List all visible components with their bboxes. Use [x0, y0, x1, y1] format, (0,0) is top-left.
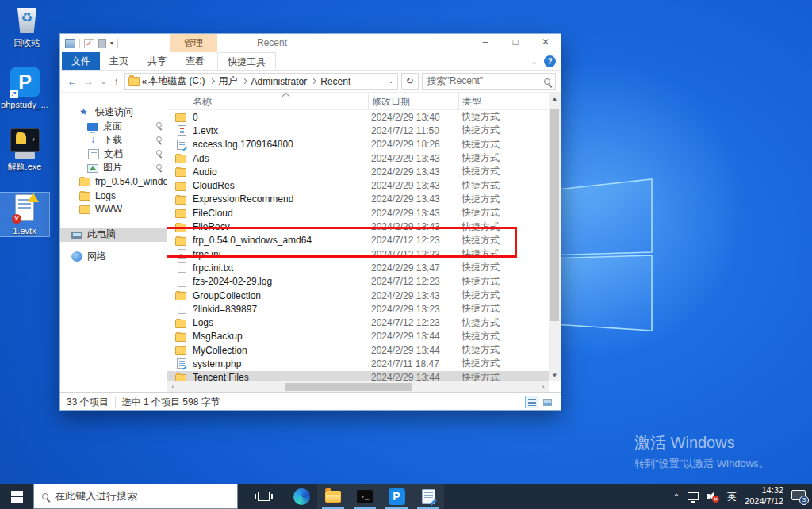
column-header-type[interactable]: 类型	[458, 93, 549, 110]
file-row[interactable]: access.log.1709164800 2024/2/29 18:26 快捷…	[167, 138, 549, 151]
file-row[interactable]: MsgBackup 2024/2/29 13:44 快捷方式	[167, 330, 549, 343]
file-row[interactable]: GroupCollection 2024/2/29 13:43 快捷方式	[167, 289, 549, 302]
hidden-icons-chevron-icon[interactable]: ⌃	[673, 492, 680, 501]
taskbar-search-input[interactable]: 在此键入进行搜索	[33, 484, 238, 509]
network-icon[interactable]	[688, 492, 699, 500]
breadcrumb-item[interactable]: 本地磁盘 (C:)	[148, 75, 205, 88]
file-row[interactable]: fzs-2024-02-29.log 2024/7/12 12:23 快捷方式	[167, 275, 549, 289]
qat-checkbox-icon[interactable]: ✓	[84, 39, 94, 48]
sidebar-item-www[interactable]: WWW	[60, 203, 167, 217]
task-view-button[interactable]	[247, 484, 279, 509]
file-row[interactable]: frpc.ini.txt 2024/2/29 13:47 快捷方式	[167, 261, 549, 274]
maximize-button[interactable]: □	[500, 34, 530, 52]
tab-file[interactable]: 文件	[62, 52, 100, 70]
vertical-scrollbar[interactable]: ▲ ▼	[549, 93, 561, 381]
qat-newfolder-icon[interactable]	[98, 39, 106, 48]
file-row[interactable]: system.php 2024/7/11 18:47 快捷方式	[167, 357, 549, 370]
file-row[interactable]: frp_0.54.0_windows_amd64 2024/7/12 12:23…	[167, 234, 549, 247]
start-button[interactable]	[0, 484, 33, 509]
address-bar-row: ← → ⌄ ↑ « 本地磁盘 (C:) 用户 Administrator Rec…	[60, 71, 561, 92]
file-row[interactable]: 0 2024/2/29 13:40 快捷方式	[167, 110, 549, 124]
taskbar-phpstudy-button[interactable]: P	[381, 484, 412, 509]
ribbon-collapse-icon[interactable]: ⌄	[531, 57, 538, 66]
details-view-button[interactable]	[525, 396, 538, 408]
sidebar-item-quick-access[interactable]: ★ 快速访问	[60, 105, 167, 120]
sidebar-item-label: 文档	[104, 147, 155, 161]
breadcrumb-item[interactable]: Administrator	[251, 76, 308, 87]
taskbar-edge-button[interactable]	[285, 484, 317, 509]
file-date: 2024/7/12 12:23	[368, 317, 455, 328]
file-row[interactable]: Tencent Files 2024/2/29 13:44 快捷方式	[167, 371, 549, 381]
recent-locations-icon[interactable]: ⌄	[101, 78, 107, 86]
search-input[interactable]: 搜索"Recent"	[422, 73, 556, 90]
forward-button[interactable]: →	[84, 76, 94, 87]
large-icons-view-button[interactable]	[541, 396, 554, 408]
sidebar-item-network[interactable]: 网络	[60, 250, 167, 264]
sidebar-item-frp_0-54-0_window[interactable]: frp_0.54.0_window	[60, 175, 167, 189]
file-row[interactable]: FileCloud 2024/2/29 13:43 快捷方式	[167, 206, 549, 220]
tab-home[interactable]: 主页	[100, 52, 138, 70]
address-dropdown-icon[interactable]: ⌄	[389, 78, 394, 85]
input-language-indicator[interactable]: 英	[727, 490, 737, 503]
file-name: GroupCollection	[190, 290, 365, 301]
sidebar-item-this-pc[interactable]: 此电脑	[60, 228, 167, 242]
file-row[interactable]: FileRecv 2024/2/29 13:43 快捷方式	[167, 220, 549, 233]
refresh-button[interactable]: ↻	[401, 73, 419, 90]
back-button[interactable]: ←	[67, 76, 77, 87]
tab-shortcut-tools[interactable]: 快捷工具	[217, 52, 276, 70]
scroll-down-icon[interactable]: ▼	[549, 369, 561, 381]
sidebar-item--[interactable]: ↓ 下载	[60, 133, 167, 147]
file-row[interactable]: Audio 2024/2/29 13:43 快捷方式	[167, 165, 549, 178]
desktop-icon-phpstudy[interactable]: P↗ phpstudy_...	[0, 67, 49, 110]
action-center-button[interactable]: 3	[791, 490, 806, 503]
desktop-icon-1-evtx[interactable]: ✕ 1.evtx	[0, 193, 49, 236]
horizontal-scrollbar[interactable]: ‹ ›	[60, 381, 561, 392]
file-row[interactable]: ?linkid=839897 2024/2/29 13:23 快捷方式	[167, 302, 549, 316]
file-type: 快捷方式	[458, 357, 549, 370]
file-list: 名称 修改日期 类型 0 2024/2/29 13:40 快捷方式 1.evtx…	[167, 93, 549, 381]
taskbar-notepad-button[interactable]	[412, 484, 444, 509]
sidebar-item-logs[interactable]: Logs	[60, 189, 167, 203]
close-button[interactable]: ✕	[530, 34, 561, 52]
scroll-right-icon[interactable]: ›	[538, 381, 549, 392]
file-date: 2024/2/29 13:43	[368, 153, 455, 164]
up-button[interactable]: ↑	[114, 76, 119, 87]
tab-share[interactable]: 共享	[138, 52, 176, 70]
recycle-bin-icon: ♻	[11, 5, 43, 36]
taskbar-clock[interactable]: 14:32 2024/7/12	[745, 485, 783, 507]
breadcrumb-item[interactable]: Recent	[320, 76, 350, 87]
minimize-button[interactable]: –	[470, 34, 500, 52]
sidebar-item--[interactable]: 文档	[60, 147, 167, 162]
volume-muted-icon[interactable]: ✕	[707, 492, 719, 501]
file-row[interactable]: ExpressionRecommend 2024/2/29 13:43 快捷方式	[167, 193, 549, 206]
desktop-icon-recycle-bin[interactable]: ♻ 回收站	[2, 5, 52, 48]
tab-view[interactable]: 查看	[176, 52, 214, 70]
file-icon	[178, 304, 186, 314]
horizontal-scroll-thumb[interactable]	[285, 383, 412, 391]
column-header-date[interactable]: 修改日期	[368, 93, 455, 110]
file-row[interactable]: frpc.ini 2024/7/12 12:23 快捷方式	[167, 247, 549, 261]
file-row[interactable]: 1.evtx 2024/7/12 11:50 快捷方式	[167, 124, 549, 137]
file-row[interactable]: Ads 2024/2/29 13:43 快捷方式	[167, 151, 549, 165]
file-row[interactable]: MyCollection 2024/2/29 13:44 快捷方式	[167, 343, 549, 357]
breadcrumb-prefix: «	[142, 76, 147, 87]
folder-icon	[175, 374, 186, 381]
file-row[interactable]: CloudRes 2024/2/29 13:43 快捷方式	[167, 178, 549, 192]
file-date: 2024/2/29 13:44	[368, 372, 455, 381]
desktop-icon-jieti-exe[interactable]: › 解题.exe	[0, 128, 49, 172]
help-icon[interactable]: ?	[544, 55, 556, 67]
scroll-left-icon[interactable]: ‹	[167, 381, 178, 392]
taskbar-explorer-button[interactable]	[317, 484, 349, 509]
manage-contextual-tab[interactable]: 管理	[170, 34, 217, 52]
scroll-up-icon[interactable]: ▲	[549, 93, 561, 105]
taskbar-cmd-button[interactable]: ›_	[349, 484, 381, 509]
sidebar-item--[interactable]: 图片	[60, 161, 167, 175]
vertical-scroll-thumb[interactable]	[550, 109, 559, 321]
file-row[interactable]: Logs 2024/7/12 12:23 快捷方式	[167, 316, 549, 329]
sidebar-item--[interactable]: 桌面	[60, 120, 167, 134]
file-icon	[178, 277, 186, 287]
qat-dropdown-icon[interactable]: ▾	[110, 40, 113, 47]
column-header-name[interactable]: 名称	[190, 93, 365, 110]
address-bar[interactable]: « 本地磁盘 (C:) 用户 Administrator Recent ⌄	[124, 73, 398, 90]
breadcrumb-item[interactable]: 用户	[219, 75, 238, 88]
